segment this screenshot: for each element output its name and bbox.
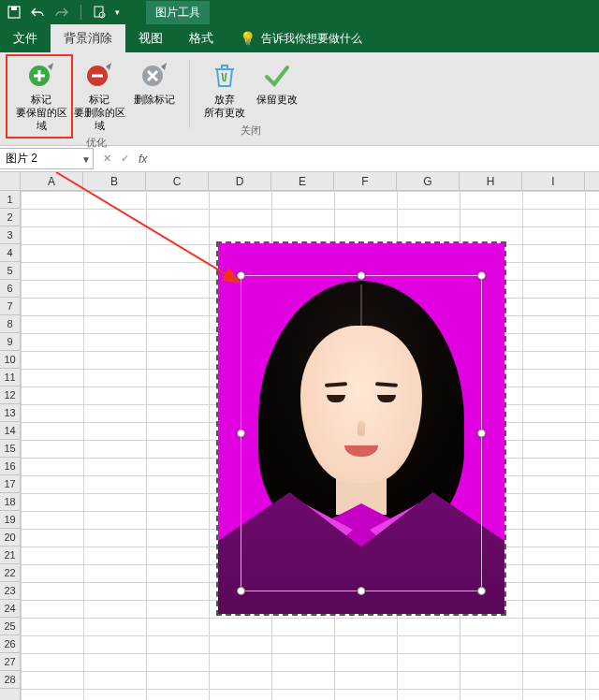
save-icon[interactable]	[7, 6, 21, 19]
crop-box[interactable]	[241, 275, 482, 591]
svg-rect-1	[11, 7, 17, 10]
redo-icon[interactable]	[54, 7, 69, 18]
mark-remove-button[interactable]: 标记要删除的区域	[71, 56, 127, 134]
svg-rect-2	[95, 7, 103, 17]
delete-mark-label: 删除标记	[134, 94, 175, 107]
mark-keep-button[interactable]: 标记要保留的区域	[13, 56, 69, 134]
col-D[interactable]: D	[209, 172, 271, 190]
row-23[interactable]: 23	[0, 582, 20, 600]
enter-icon[interactable]: ✓	[121, 153, 129, 165]
tab-view[interactable]: 视图	[125, 24, 176, 52]
select-all-corner[interactable]	[0, 172, 21, 191]
col-B[interactable]: B	[83, 172, 146, 190]
discard-button[interactable]: 放弃所有更改	[199, 56, 250, 122]
mark-keep-sub: 要保留的区域	[16, 107, 67, 131]
ribbon-group-refine: 标记要保留的区域 标记要删除的区域 删除标记 优化	[7, 56, 185, 145]
mark-remove-title: 标记	[89, 94, 110, 105]
eraser-circle-icon	[139, 58, 169, 94]
row-headers[interactable]: 1234567891011121314151617181920212223242…	[0, 191, 21, 700]
discard-title: 放弃	[214, 94, 235, 105]
row-7[interactable]: 7	[0, 298, 20, 315]
crop-handle-tl[interactable]	[237, 271, 245, 280]
row-25[interactable]: 25	[0, 618, 20, 635]
row-20[interactable]: 20	[0, 529, 20, 547]
row-13[interactable]: 13	[0, 404, 20, 422]
delete-mark-button[interactable]: 删除标记	[129, 56, 180, 134]
discard-sub: 所有更改	[204, 107, 245, 118]
print-preview-icon[interactable]	[93, 6, 106, 19]
ribbon-tabs: 文件 背景消除 视图 格式 💡 告诉我你想要做什么	[0, 24, 599, 52]
row-22[interactable]: 22	[0, 564, 20, 582]
trash-icon	[212, 58, 238, 94]
row-8[interactable]: 8	[0, 315, 20, 333]
plus-circle-icon	[26, 58, 56, 94]
ribbon-group-close: 放弃所有更改 保留更改 关闭	[194, 56, 308, 145]
row-27[interactable]: 27	[0, 653, 20, 671]
keep-changes-label: 保留更改	[256, 94, 298, 107]
row-21[interactable]: 21	[0, 547, 20, 564]
row-5[interactable]: 5	[0, 262, 20, 280]
minus-circle-icon	[84, 58, 114, 94]
fx-icon[interactable]: fx	[139, 153, 147, 166]
row-11[interactable]: 11	[0, 369, 20, 386]
row-15[interactable]: 15	[0, 440, 20, 458]
cancel-icon[interactable]: ✕	[103, 153, 111, 165]
tab-file[interactable]: 文件	[0, 24, 51, 52]
row-2[interactable]: 2	[0, 209, 20, 226]
chevron-down-icon[interactable]: ▼	[81, 153, 91, 164]
col-G[interactable]: G	[397, 172, 460, 190]
crop-handle-tc[interactable]	[358, 271, 366, 280]
row-14[interactable]: 14	[0, 422, 20, 440]
selected-picture[interactable]	[216, 241, 506, 616]
row-3[interactable]: 3	[0, 226, 20, 244]
col-A[interactable]: A	[21, 172, 83, 190]
row-12[interactable]: 12	[0, 386, 20, 404]
crop-handle-tr[interactable]	[477, 271, 486, 280]
row-16[interactable]: 16	[0, 458, 20, 475]
row-9[interactable]: 9	[0, 333, 20, 351]
ribbon: 标记要保留的区域 标记要删除的区域 删除标记 优化 放弃所有更改 保留更改	[0, 52, 599, 146]
name-box[interactable]: 图片 2 ▼	[0, 148, 94, 169]
worksheet-area: ABCDEFGHI 123456789101112131415161718192…	[0, 172, 599, 700]
row-28[interactable]: 28	[0, 671, 20, 689]
row-10[interactable]: 10	[0, 351, 20, 369]
qat-customize-icon[interactable]: ▾	[115, 7, 120, 17]
lightbulb-icon: 💡	[240, 31, 256, 46]
row-19[interactable]: 19	[0, 511, 20, 529]
row-4[interactable]: 4	[0, 244, 20, 262]
col-I[interactable]: I	[522, 172, 585, 190]
crop-handle-bl[interactable]	[237, 587, 245, 595]
group-label-close: 关闭	[241, 124, 261, 138]
crop-handle-ml[interactable]	[237, 430, 245, 438]
name-box-value: 图片 2	[6, 151, 37, 167]
formula-bar: 图片 2 ▼ ✕ ✓ fx	[0, 146, 599, 172]
row-24[interactable]: 24	[0, 600, 20, 618]
column-headers[interactable]: ABCDEFGHI	[21, 172, 599, 191]
tell-me-label: 告诉我你想要做什么	[261, 31, 362, 47]
tell-me[interactable]: 💡 告诉我你想要做什么	[240, 24, 362, 52]
crop-handle-bc[interactable]	[358, 587, 366, 595]
col-C[interactable]: C	[146, 172, 209, 190]
crop-handle-br[interactable]	[477, 587, 486, 595]
col-H[interactable]: H	[460, 172, 522, 190]
context-tab-picture-tools: 图片工具	[146, 1, 210, 24]
keep-changes-button[interactable]: 保留更改	[252, 56, 302, 122]
col-F[interactable]: F	[334, 172, 397, 190]
mark-remove-sub: 要删除的区域	[74, 107, 125, 131]
quick-access-toolbar: ▾ 图片工具	[0, 0, 599, 24]
col-E[interactable]: E	[271, 172, 334, 190]
row-6[interactable]: 6	[0, 280, 20, 298]
undo-icon[interactable]	[30, 7, 45, 18]
row-26[interactable]: 26	[0, 635, 20, 653]
tab-format[interactable]: 格式	[176, 24, 226, 52]
crop-handle-mr[interactable]	[477, 430, 486, 438]
row-1[interactable]: 1	[0, 191, 20, 209]
row-17[interactable]: 17	[0, 475, 20, 493]
check-icon	[263, 58, 291, 94]
mark-keep-title: 标记	[31, 94, 51, 105]
row-18[interactable]: 18	[0, 493, 20, 511]
tab-background-removal[interactable]: 背景消除	[51, 24, 125, 52]
